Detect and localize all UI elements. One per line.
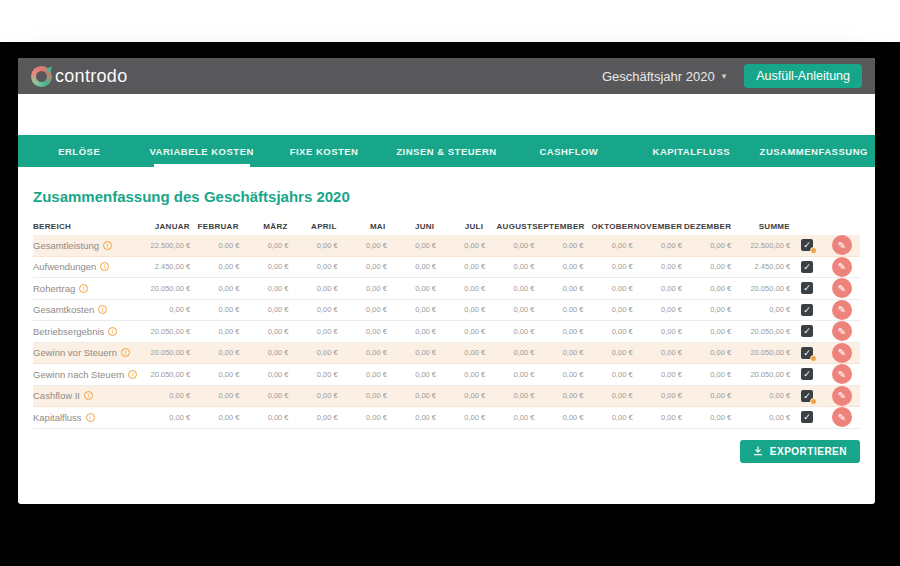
checkbox-cell: ✓ [790,239,824,251]
cell-month: 0,00 € [436,305,485,314]
row-checkbox[interactable]: ✓ [801,239,813,251]
row-checkbox[interactable]: ✓ [801,347,813,359]
tab-zusammenfassung[interactable]: ZUSAMMENFASSUNG [753,135,875,167]
checkbox-cell: ✓ [790,368,824,380]
cell-month: 0,00 € [436,370,485,379]
export-button-label: EXPORTIEREN [770,446,847,457]
cell-summe: 2.450,00 € [731,262,790,271]
edit-button[interactable]: ✎ [832,321,852,341]
cell-month: 0,00 € [584,370,633,379]
info-icon[interactable]: i [84,391,93,400]
cell-month: 0,00 € [534,241,583,250]
cell-month: 0,00 € [338,262,387,271]
cell-month: 0,00 € [682,305,731,314]
tab-cashflow[interactable]: CASHFLOW [508,135,630,167]
row-label-text: Kapitalfluss [33,412,82,423]
cell-month: 0,00 € [239,262,288,271]
table-row: Gewinn nach Steuerni20.050,00 €0,00 €0,0… [33,364,860,386]
edit-cell: ✎ [824,257,860,277]
edit-cell: ✎ [824,407,860,427]
cell-month: 0,00 € [338,284,387,293]
table-row: Betriebsergebnisi20.050,00 €0,00 €0,00 €… [33,321,860,343]
checkbox-cell: ✓ [790,325,824,337]
cell-summe: 20.050,00 € [731,348,790,357]
cell-month: 0,00 € [190,241,239,250]
info-icon[interactable]: i [100,262,109,271]
info-icon[interactable]: i [103,241,112,250]
cell-month: 0,00 € [584,241,633,250]
info-icon[interactable]: i [86,413,95,422]
row-label-text: Gesamtleistung [33,240,99,251]
row-checkbox[interactable]: ✓ [801,261,813,273]
cell-month: 0,00 € [190,348,239,357]
info-icon[interactable]: i [121,348,130,357]
row-label: Gewinn nach Steuerni [33,369,141,380]
row-checkbox[interactable]: ✓ [801,411,813,423]
row-label: Gesamtleistungi [33,240,141,251]
edit-button[interactable]: ✎ [832,407,852,427]
edit-button[interactable]: ✎ [832,300,852,320]
cell-month: 0,00 € [289,241,338,250]
cell-month: 0,00 € [584,413,633,422]
edit-button[interactable]: ✎ [832,257,852,277]
tab-kapitalfluss[interactable]: KAPITALFLUSS [630,135,752,167]
info-icon[interactable]: i [128,370,137,379]
row-checkbox[interactable]: ✓ [801,368,813,380]
cell-month: 0,00 € [682,262,731,271]
column-header-oktober: OKTOBER [585,222,634,231]
cell-month: 0,00 € [289,391,338,400]
info-icon[interactable]: i [79,284,88,293]
edit-button[interactable]: ✎ [832,343,852,363]
tab-zinsen-steuern[interactable]: ZINSEN & STEUERN [385,135,507,167]
info-icon[interactable]: i [98,305,107,314]
checkbox-info-badge [810,247,817,254]
cell-month: 0,00 € [289,370,338,379]
cell-month: 0,00 € [289,413,338,422]
cell-month: 0,00 € [289,284,338,293]
row-label-text: Gewinn vor Steuern [33,347,117,358]
app-window: controdo Geschäftsjahr 2020 ▾ Ausfüll-An… [18,58,875,504]
tab-fixe-kosten[interactable]: FIXE KOSTEN [263,135,385,167]
cell-month: 0,00 € [584,284,633,293]
row-checkbox[interactable]: ✓ [801,304,813,316]
cell-month: 0,00 € [682,284,731,293]
cell-summe: 20.050,00 € [731,327,790,336]
edit-button[interactable]: ✎ [832,364,852,384]
table-row: Rohertragi20.050,00 €0,00 €0,00 €0,00 €0… [33,278,860,300]
cell-month: 0,00 € [190,284,239,293]
cell-month: 20.050,00 € [141,348,190,357]
tab-variabele-kosten[interactable]: VARIABELE KOSTEN [140,135,262,167]
cell-month: 0,00 € [682,370,731,379]
edit-button[interactable]: ✎ [832,386,852,406]
fiscal-year-dropdown[interactable]: Geschäftsjahr 2020 ▾ [602,69,726,84]
edit-cell: ✎ [824,278,860,298]
cell-month: 0,00 € [289,348,338,357]
cell-month: 0,00 € [387,262,436,271]
edit-cell: ✎ [824,386,860,406]
column-header-juni: JUNI [385,222,434,231]
edit-button[interactable]: ✎ [832,235,852,255]
row-label: Rohertragi [33,283,141,294]
edit-button[interactable]: ✎ [832,278,852,298]
cell-month: 0,00 € [485,327,534,336]
tab-erl-se[interactable]: ERLÖSE [18,135,140,167]
cell-month: 0,00 € [239,305,288,314]
row-checkbox[interactable]: ✓ [801,325,813,337]
cell-month: 0,00 € [633,284,682,293]
cell-month: 0,00 € [289,262,338,271]
cell-month: 0,00 € [633,241,682,250]
cell-month: 0,00 € [633,413,682,422]
export-button[interactable]: EXPORTIEREN [740,440,860,463]
checkbox-info-badge [810,398,817,405]
table-row: Cashflow IIi0,00 €0,00 €0,00 €0,00 €0,00… [33,386,860,408]
row-checkbox[interactable]: ✓ [801,390,813,402]
row-checkbox[interactable]: ✓ [801,282,813,294]
cell-month: 0,00 € [485,413,534,422]
info-icon[interactable]: i [108,327,117,336]
fill-instructions-button[interactable]: Ausfüll-Anleitung [744,64,862,88]
cell-month: 0,00 € [633,262,682,271]
cell-month: 0,00 € [534,370,583,379]
table-row: Kapitalflussi0,00 €0,00 €0,00 €0,00 €0,0… [33,407,860,429]
cell-summe: 22.500,00 € [731,241,790,250]
cell-month: 0,00 € [289,327,338,336]
